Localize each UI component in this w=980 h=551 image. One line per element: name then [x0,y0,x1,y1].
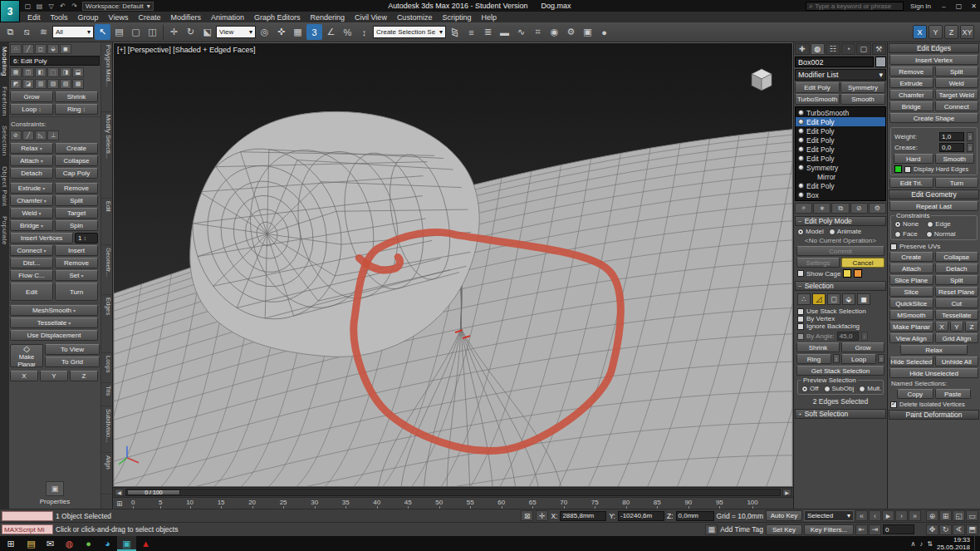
zoom-icon[interactable]: ⊕ [926,510,938,521]
zoom-extents-icon[interactable]: ◱ [953,510,965,521]
chrome-icon[interactable]: ◍ [60,536,79,551]
ribbon-button[interactable]: Grow [10,91,53,102]
window-crossing-icon[interactable]: ◫ [145,24,160,40]
panel-button[interactable]: Split [935,275,979,285]
ribbon-button[interactable]: Shrink [55,91,98,102]
object-color-swatch[interactable] [875,57,886,67]
ribbon-button[interactable]: Relax [10,143,53,154]
taskbar-clock[interactable]: 19:33 25.05.2018 [937,536,970,551]
menu-item[interactable]: Rendering [306,13,350,22]
ribbon-button[interactable]: 1 [75,233,98,244]
edit-geometry-header[interactable]: Edit Geometry [889,189,979,199]
align-axis-button[interactable]: X [10,371,38,381]
3ds-max-taskbar-icon[interactable]: ▣ [117,536,136,551]
cage-color-swatch[interactable] [843,269,851,278]
maxscript-mini-listener-label[interactable]: MAXScript Mi [2,524,53,534]
key-filters-button[interactable]: Key Filters... [804,524,854,535]
search-input[interactable] [815,2,900,10]
rendered-frame-icon[interactable]: ▣ [580,24,595,40]
panel-button[interactable]: Bridge [889,101,933,111]
hard-edge-color-swatch[interactable] [894,165,902,173]
edit-edges-header[interactable]: Edit Edges [889,43,979,53]
absolute-offset-toggle-icon[interactable]: ✛ [536,510,548,521]
ribbon-tool-icon[interactable]: ▦ [10,67,22,77]
ribbon-button[interactable]: Spin [55,220,98,231]
panel-button[interactable]: Chamfer [889,90,933,100]
paint-deformation-header[interactable]: Paint Deformation [889,410,979,420]
panel-button[interactable]: Connect [935,101,979,111]
select-and-link-icon[interactable]: ⧉ [2,24,18,40]
set-key-button[interactable]: Set Key [766,524,802,535]
axis-constraint-button[interactable]: Z [944,25,958,39]
menu-item[interactable]: Customize [392,13,438,22]
menu-item[interactable]: Edit [22,13,46,22]
named-selection-sets-dropdown[interactable]: Create Selection Se▾ [373,26,446,38]
grow-button[interactable]: Grow [841,342,884,352]
ribbon-tab[interactable]: Populate [1,216,8,245]
current-frame-field[interactable]: 0 [883,524,914,534]
render-setup-icon[interactable]: ⚙ [563,24,579,40]
smooth-edge-button[interactable]: Smooth [935,154,975,164]
ribbon-button[interactable]: Extrude [10,183,53,194]
ribbon-button[interactable]: MeshSmooth [10,305,98,316]
to-view-button[interactable]: To View [45,344,100,355]
panel-button[interactable]: Target Weld [935,90,979,100]
properties-icon[interactable]: ▣ [46,481,64,496]
ribbon-button[interactable]: Tessellate [10,317,98,328]
time-slider-track[interactable]: 0 / 100 [125,489,781,496]
stack-level-field[interactable]: 6: Edit Poly [10,56,100,66]
tray-expand-icon[interactable]: ∧ [910,540,915,548]
sign-in-button[interactable]: Sign In [906,2,935,10]
ribbon-tab[interactable]: Freeform [1,86,8,116]
panel-button[interactable]: Remove [889,66,933,76]
mirror-icon[interactable]: ⧎ [447,24,463,40]
snap-toggle-3d-icon[interactable]: 3 [306,24,322,40]
spinner-icon[interactable]: ↕ [967,143,973,152]
perspective-viewport[interactable]: [+] [Perspective] [Shaded + Edged Faces] [113,42,793,487]
panel-button[interactable]: View Align [889,333,933,343]
copy-button[interactable]: Copy [897,389,933,399]
visibility-bulb-icon[interactable] [798,128,804,134]
undo-icon[interactable]: ↶ [57,1,68,11]
preview-selection-radio[interactable]: Mult. [859,385,881,392]
layer-manager-icon[interactable]: ≣ [480,24,496,40]
pan-view-icon[interactable]: ✥ [926,524,938,535]
acrobat-icon[interactable]: ▲ [136,536,155,551]
ribbon-tool-icon[interactable]: ⬓ [72,67,84,77]
menu-item[interactable]: Help [476,13,502,22]
ribbon-button[interactable]: Chamfer [10,195,53,206]
menu-item[interactable]: Scripting [437,13,476,22]
hierarchy-tab-icon[interactable]: ☷ [826,43,840,55]
open-file-icon[interactable]: ▤ [34,1,45,11]
cancel-button[interactable]: Cancel [841,258,884,268]
select-and-rotate-icon[interactable]: ↻ [183,24,198,40]
ribbon-panel-label[interactable]: Edit [101,199,112,245]
help-search[interactable]: ⌕ [806,2,904,11]
skype-icon[interactable]: ◕ [98,536,117,551]
panel-button[interactable]: Attach [889,263,933,273]
panel-button[interactable]: Split [935,66,979,76]
align-axis-button[interactable]: Y [40,371,68,381]
volume-icon[interactable]: ♪ [919,540,923,548]
edge-crease-field[interactable]: 0,0 [939,143,964,152]
network-icon[interactable]: ⇅ [927,540,933,548]
selection-option[interactable]: By Vertex [796,315,885,322]
next-frame-arrow[interactable]: ▶ [782,489,791,496]
object-name-field[interactable]: Box002 [795,57,874,67]
selection-option[interactable]: Ignore Backfacing [796,322,885,330]
preview-selection-radio[interactable]: SubObj [824,385,855,392]
ribbon-button[interactable]: Loop [10,104,53,115]
redo-icon[interactable]: ↷ [69,1,80,11]
vertex-subobject-icon[interactable]: ∴ [797,293,811,305]
constraint-radio[interactable]: Face [894,230,918,238]
material-editor-icon[interactable]: ◉ [546,24,562,40]
settings-button[interactable]: Settings [796,258,840,268]
spinner-snap-icon[interactable]: ↕ [356,24,372,40]
constraint-normal-icon[interactable]: ⊥ [47,130,59,140]
panel-button[interactable]: Reset Plane [935,287,979,297]
modifier-list-dropdown[interactable]: Modifier List ▾ [795,69,886,81]
ribbon-button[interactable]: Attach [10,155,53,166]
edit-tri-button[interactable]: Edit Tri. [889,178,933,188]
ribbon-panel-label[interactable]: Subdivisio... [101,406,112,453]
previous-frame-arrow[interactable]: ◀ [115,489,124,496]
